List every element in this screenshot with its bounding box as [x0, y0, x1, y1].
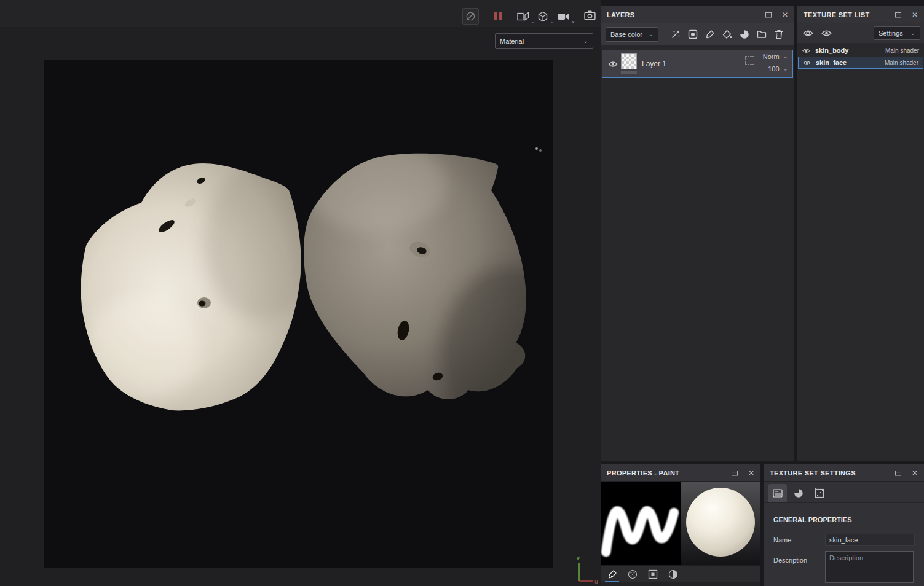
add-smart-material-icon	[740, 29, 749, 39]
axis-v-label: v	[577, 555, 580, 561]
brush-stroke-preview[interactable]	[601, 482, 681, 565]
cube-icon	[537, 11, 548, 22]
properties-panel-title: PROPERTIES - PAINT	[607, 469, 679, 477]
trash-icon	[775, 29, 783, 39]
layers-panel-header: LAYERS ✕	[601, 6, 794, 23]
camera-settings-button[interactable]: ⌄	[557, 10, 575, 23]
symmetry-toggle-button[interactable]	[462, 8, 479, 25]
texture-set-rows: skin_body Main shader skin_face Main sha…	[797, 43, 924, 461]
viewport-shader-value: Material	[500, 37, 524, 45]
layer-visibility-eye-icon[interactable]	[608, 61, 618, 68]
add-folder-icon	[757, 30, 767, 39]
tab-alpha[interactable]	[622, 566, 642, 582]
channel-dropdown-value: Base color	[610, 31, 642, 38]
eye-icon[interactable]	[803, 60, 811, 66]
uv-shells-render	[44, 60, 553, 568]
brush-stroke-preview-image	[601, 482, 681, 565]
texture-set-settings-header: TEXTURE SET SETTINGS ✕	[764, 464, 924, 482]
texture-set-name: skin_face	[816, 59, 847, 66]
top-toolbar: ⌄ ⌄ ⌄	[0, 0, 601, 27]
tab-channels[interactable]	[789, 484, 808, 502]
symmetry-off-icon	[465, 11, 476, 21]
properties-panel-header: PROPERTIES - PAINT ✕	[601, 464, 760, 482]
popout-icon[interactable]	[731, 469, 738, 477]
general-properties-section-title: GENERAL PROPERTIES	[773, 516, 852, 523]
pause-icon	[494, 12, 502, 20]
paint-canvas[interactable]	[44, 60, 553, 568]
texture-set-list-header: TEXTURE SET LIST ✕	[797, 6, 924, 23]
properties-tab-bar	[601, 565, 760, 582]
mesh-uv-icon	[815, 488, 824, 498]
brush-icon	[607, 569, 617, 579]
chevron-down-icon: ⌄	[531, 20, 535, 24]
visibility-button[interactable]	[819, 26, 833, 40]
texture-set-list-title: TEXTURE SET LIST	[804, 11, 869, 18]
popout-icon[interactable]	[894, 469, 902, 477]
blend-mode-dropdown[interactable]: Norm ⌄	[763, 53, 788, 60]
display-settings-button[interactable]: ⌄	[537, 9, 555, 24]
name-input[interactable]	[825, 534, 915, 546]
layers-list[interactable]: Layer 1 Norm ⌄ 100 ⌄	[601, 45, 794, 461]
add-paint-layer-icon	[705, 29, 715, 39]
visibility-filter-button[interactable]	[801, 26, 815, 40]
toggle-all-visibility-icon	[803, 29, 813, 37]
screenshot-button[interactable]	[583, 9, 596, 21]
add-effect-button[interactable]	[668, 27, 683, 42]
texture-set-shader: Main shader	[885, 60, 918, 66]
layers-panel-title: LAYERS	[607, 11, 634, 18]
uv-shell-face-left	[81, 162, 321, 410]
layer-row[interactable]: Layer 1 Norm ⌄ 100 ⌄	[602, 50, 793, 78]
popout-icon[interactable]	[894, 11, 902, 18]
tab-stencil[interactable]	[642, 566, 663, 582]
name-label: Name	[773, 536, 791, 544]
channel-dropdown[interactable]: Base color ⌄	[606, 27, 658, 42]
layers-panel: LAYERS ✕ Base color ⌄	[601, 6, 794, 461]
opacity-dropdown[interactable]: 100 ⌄	[768, 65, 788, 72]
channels-pie-icon	[794, 488, 804, 498]
chevron-down-icon: ⌄	[910, 30, 915, 36]
add-effect-icon	[671, 29, 681, 39]
blend-mode-value: Norm	[763, 53, 780, 60]
video-camera-icon	[557, 12, 569, 21]
add-fill-layer-button[interactable]	[720, 27, 735, 42]
close-icon[interactable]: ✕	[912, 469, 918, 477]
axis-u-label: u	[594, 578, 598, 585]
delete-layer-button[interactable]	[772, 27, 786, 42]
tab-general-properties[interactable]	[768, 484, 787, 502]
add-mask-button[interactable]	[685, 27, 700, 42]
add-fill-layer-icon	[722, 29, 732, 39]
properties-panel: PROPERTIES - PAINT ✕	[601, 464, 760, 586]
tab-material[interactable]	[663, 566, 683, 582]
layer-content-target-icon[interactable]	[745, 56, 754, 65]
texture-set-row-skin-face[interactable]: skin_face Main shader	[798, 57, 923, 69]
close-icon[interactable]: ✕	[912, 10, 918, 19]
pause-engine-button[interactable]	[493, 11, 503, 20]
add-paint-layer-button[interactable]	[703, 27, 717, 42]
close-icon[interactable]: ✕	[748, 469, 754, 477]
popout-icon[interactable]	[765, 11, 772, 18]
texture-set-settings-panel: TEXTURE SET SETTINGS ✕ GENERAL PROPERTIE…	[764, 464, 924, 586]
alpha-grid-icon	[628, 569, 638, 579]
add-smart-material-button[interactable]	[737, 27, 752, 42]
substance-painter-app: ⌄ ⌄ ⌄	[0, 0, 924, 586]
texture-set-settings-dropdown[interactable]: Settings ⌄	[874, 26, 920, 40]
description-textarea[interactable]	[825, 551, 914, 583]
tab-mesh-maps[interactable]	[810, 484, 829, 502]
properties-panel-footer	[601, 582, 760, 586]
texture-set-shader: Main shader	[885, 47, 919, 54]
texture-set-row-skin-body[interactable]: skin_body Main shader	[798, 44, 923, 57]
view-mode-button[interactable]: ⌄	[517, 9, 535, 24]
texture-set-list-toolbar: Settings ⌄	[797, 23, 924, 43]
material-sphere-preview[interactable]	[681, 482, 760, 565]
viewport-shader-dropdown[interactable]: Material ⌄	[495, 33, 593, 49]
tab-brush[interactable]	[602, 566, 622, 582]
viewport-3d[interactable]: Material ⌄ v u	[0, 27, 601, 586]
add-folder-button[interactable]	[754, 27, 769, 42]
layer-thumbnail[interactable]	[621, 53, 637, 69]
uv-axis-indicator: v u	[571, 553, 600, 585]
description-label: Description	[773, 557, 807, 564]
view-3d2d-icon	[517, 12, 529, 21]
divider	[764, 502, 924, 503]
eye-icon[interactable]	[802, 48, 810, 53]
close-icon[interactable]: ✕	[782, 10, 788, 19]
